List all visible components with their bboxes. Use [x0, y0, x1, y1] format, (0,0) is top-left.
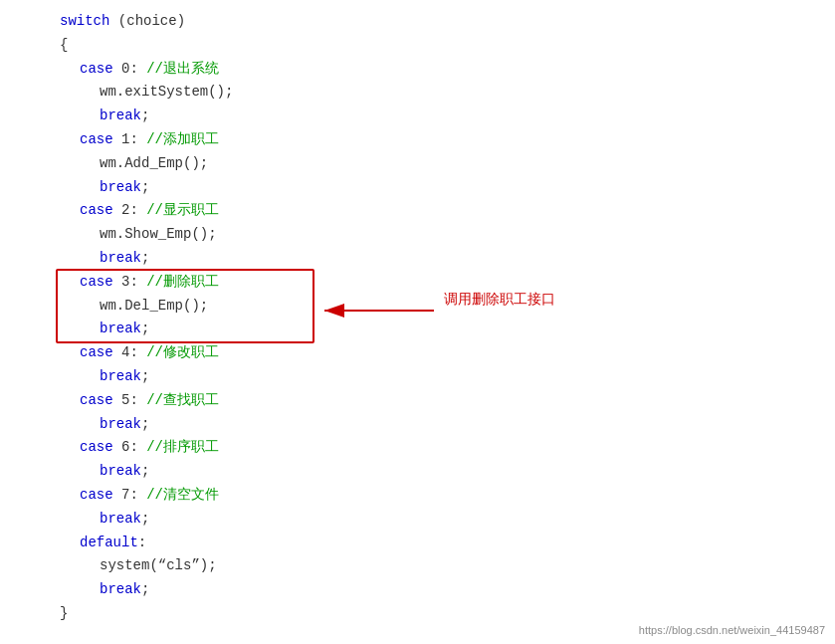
- code-line: default:: [60, 532, 835, 555]
- code-line: wm.exitSystem();: [60, 81, 835, 105]
- code-line: break;: [60, 413, 835, 437]
- code-line: case 1: //添加职工: [60, 128, 835, 152]
- arrow-icon: [314, 291, 444, 350]
- code-line: break;: [60, 318, 835, 341]
- code-line: }: [60, 602, 835, 626]
- code-line: break;: [60, 105, 835, 128]
- code-line: case 0: //退出系统: [60, 58, 835, 82]
- code-line: break;: [60, 508, 835, 532]
- code-line: break;: [60, 176, 835, 200]
- annotation-text: 调用删除职工接口: [444, 291, 555, 309]
- code-line: {: [60, 34, 835, 58]
- watermark: https://blog.csdn.net/weixin_44159487: [639, 624, 825, 636]
- code-line: wm.Show_Emp();: [60, 223, 835, 247]
- code-line: wm.Add_Emp();: [60, 152, 835, 176]
- code-line: break;: [60, 365, 835, 389]
- code-line: case 4: //修改职工: [60, 341, 835, 365]
- code-line: case 2: //显示职工: [60, 199, 835, 223]
- code-line: case 6: //排序职工: [60, 436, 835, 460]
- code-line: break;: [60, 247, 835, 271]
- code-line: case 5: //查找职工: [60, 389, 835, 413]
- code-line: break;: [60, 460, 835, 484]
- code-line: switch (choice): [60, 10, 835, 34]
- code-line: break;: [60, 578, 835, 602]
- code-line: case 7: //清空文件: [60, 484, 835, 508]
- code-line: system(“cls”);: [60, 554, 835, 578]
